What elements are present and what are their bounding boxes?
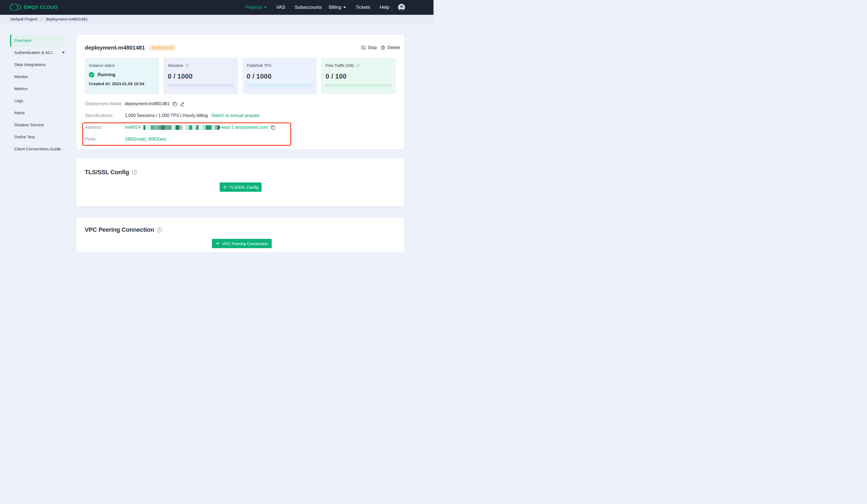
svg-text:?: ? [159, 228, 160, 232]
svg-text:?: ? [186, 64, 188, 67]
svg-text:?: ? [357, 64, 358, 67]
svg-text:?: ? [133, 171, 136, 174]
